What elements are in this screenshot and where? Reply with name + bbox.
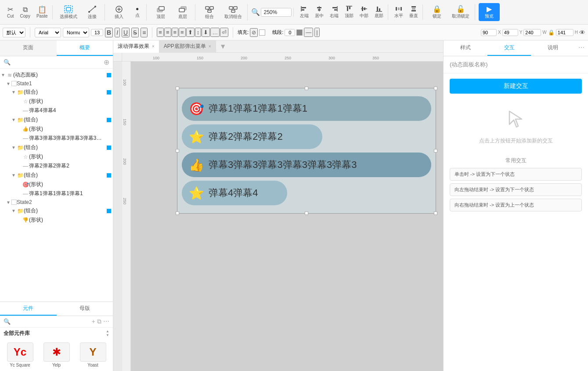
- paste-button[interactable]: 📋 Paste: [34, 5, 51, 19]
- y-input[interactable]: [502, 29, 518, 36]
- tab-components[interactable]: 元件: [0, 302, 57, 316]
- layer-shape3[interactable]: ☆ (形状): [0, 152, 113, 161]
- line-color-swatch[interactable]: [296, 29, 303, 36]
- ungroup-button[interactable]: 取消组合: [221, 4, 245, 21]
- zoom-control[interactable]: 250%: [261, 8, 292, 17]
- layer-state1[interactable]: ▼ State1: [0, 80, 113, 87]
- layer-text4[interactable]: — 弹幕1弹幕1弹幕1弹幕1: [0, 189, 113, 198]
- tab-page[interactable]: 页面: [0, 40, 57, 56]
- fill-none-button[interactable]: ⊘: [250, 28, 258, 37]
- component-search-input[interactable]: [12, 319, 90, 325]
- handle-tm[interactable]: [305, 87, 308, 90]
- layer-dynamic-panel[interactable]: ▼ ≋ (动态面板): [0, 70, 113, 80]
- text-valign-mid-button[interactable]: ↕: [195, 28, 202, 37]
- cut-button[interactable]: ✂ Cut: [4, 5, 17, 19]
- text-valign-bot-button[interactable]: ⬇: [202, 28, 210, 37]
- bullet-item-3[interactable]: 👍 弹幕3弹幕3弹幕3弹幕3弹幕3弹幕3: [182, 153, 431, 177]
- bullet-item-4[interactable]: ⭐ 弹幕4弹幕4: [182, 181, 287, 205]
- sort-arrows[interactable]: ▲▼: [106, 329, 109, 337]
- handle-tr[interactable]: [434, 87, 437, 90]
- handle-mr[interactable]: [434, 149, 437, 153]
- insert-button[interactable]: 插入: [108, 4, 130, 21]
- text-right-button[interactable]: ≡: [172, 28, 179, 37]
- line-value-input[interactable]: [285, 29, 295, 36]
- left-align-button[interactable]: 左端: [297, 4, 311, 20]
- interaction-item-2[interactable]: 向左拖动结束时 -> 设置为下一个状态: [450, 183, 582, 196]
- handle-bm[interactable]: [305, 211, 308, 215]
- font-family-select[interactable]: Arial: [35, 28, 61, 37]
- select-mode-button[interactable]: 选择模式: [56, 4, 81, 21]
- text-left-button[interactable]: ≡: [157, 28, 164, 37]
- copy-button[interactable]: ⧉ Copy: [18, 5, 33, 19]
- sidebar-add-icon[interactable]: ⊕: [104, 58, 109, 66]
- bottom-align-button[interactable]: 底部: [372, 4, 386, 20]
- layer-group5[interactable]: ▼ 📁 (组合): [0, 206, 113, 215]
- interaction-item-3[interactable]: 向右拖动结束时 -> 设置为上一个状态: [450, 199, 582, 211]
- font-style-select[interactable]: Normal: [63, 28, 89, 37]
- component-item-ycsquare[interactable]: Yc Yc Square: [4, 342, 36, 367]
- layer-shape1[interactable]: ☆ (形状): [0, 97, 113, 106]
- copy-component-icon[interactable]: ⧉: [97, 318, 101, 325]
- style-select[interactable]: 默认: [3, 28, 25, 37]
- visibility-icon[interactable]: 👁: [579, 29, 585, 36]
- list-button[interactable]: ≡: [141, 28, 148, 37]
- line-cap-button[interactable]: |: [314, 28, 319, 37]
- more-options-icon[interactable]: ⋯: [575, 40, 588, 56]
- bullet-item-1[interactable]: 🎯 弹幕1弹幕1弹幕1弹幕1: [182, 96, 431, 121]
- top-layer-button[interactable]: 顶层: [150, 4, 171, 21]
- new-interaction-button[interactable]: 新建交互: [450, 79, 582, 94]
- layer-group4[interactable]: ▼ 📁 (组合): [0, 171, 113, 180]
- tab-outline[interactable]: 概要: [57, 40, 113, 56]
- center-v-button[interactable]: 中部: [357, 4, 371, 20]
- underline-button[interactable]: U: [122, 28, 130, 37]
- right-align-button[interactable]: 右端: [327, 4, 341, 20]
- w-input[interactable]: [523, 29, 541, 36]
- cancel-lock-button[interactable]: 🔓 取消锁定: [448, 4, 473, 20]
- preview-button[interactable]: ▶ 预览: [479, 3, 500, 21]
- fill-color-swatch[interactable]: [259, 29, 265, 36]
- line-style-button[interactable]: —: [304, 28, 313, 37]
- layer-text1[interactable]: — 弹幕4弹幕4: [0, 106, 113, 115]
- bullet-item-2[interactable]: ⭐ 弹幕2弹幕2弹幕2: [182, 124, 322, 149]
- design-frame[interactable]: 🎯 弹幕1弹幕1弹幕1弹幕1 ⭐ 弹幕2弹幕2弹幕2: [177, 88, 436, 214]
- text-overflow-button[interactable]: …: [210, 28, 220, 37]
- group-button[interactable]: 组合: [199, 4, 220, 21]
- canvas-tab-2-close[interactable]: ×: [209, 44, 211, 49]
- more-component-icon[interactable]: ⋯: [103, 318, 109, 325]
- handle-br[interactable]: [434, 211, 437, 215]
- canvas-tab-1[interactable]: 滚动弹幕效果 ×: [113, 40, 159, 53]
- text-wrap-button[interactable]: ⏎: [220, 28, 228, 37]
- bottom-layer-button[interactable]: 底层: [172, 4, 193, 21]
- text-valign-top-button[interactable]: ⬆: [186, 28, 195, 37]
- font-size-input[interactable]: [91, 29, 103, 36]
- handle-ml[interactable]: [176, 149, 179, 153]
- h-input[interactable]: [556, 29, 574, 36]
- handle-bl[interactable]: [176, 211, 179, 215]
- sidebar-search-input[interactable]: [12, 59, 102, 65]
- add-component-icon[interactable]: +: [92, 318, 95, 325]
- italic-button[interactable]: I: [115, 28, 120, 37]
- layer-group2[interactable]: ▼ 📁 (组合): [0, 115, 113, 124]
- point-button[interactable]: ● 点: [130, 5, 144, 19]
- handle-tl[interactable]: [176, 87, 179, 90]
- tab-style[interactable]: 样式: [444, 40, 487, 56]
- layer-shape4[interactable]: 🎯 (形状): [0, 180, 113, 189]
- layer-state2[interactable]: ▼ State2: [0, 198, 113, 206]
- canvas-tab-expand-icon[interactable]: ▼: [216, 43, 230, 51]
- tab-masters[interactable]: 母版: [57, 302, 113, 316]
- layer-shape2[interactable]: 👍 (形状): [0, 124, 113, 134]
- strikethrough-button[interactable]: S̶: [131, 28, 139, 37]
- x-input[interactable]: [481, 29, 497, 36]
- tab-interaction[interactable]: 交互: [487, 40, 531, 56]
- text-justify-button[interactable]: ≡: [179, 28, 186, 37]
- text-center-button[interactable]: ≡: [164, 28, 171, 37]
- vertical-distribute-button[interactable]: 垂直: [407, 4, 421, 20]
- component-item-yoast[interactable]: Y Yoast: [76, 342, 109, 367]
- canvas-scroll[interactable]: 🎯 弹幕1弹幕1弹幕1弹幕1 ⭐ 弹幕2弹幕2弹幕2: [131, 62, 443, 371]
- layer-text2[interactable]: — 弹幕3弹幕3弹幕3弹幕3弹幕3弹幕3: [0, 134, 105, 143]
- horizontal-distribute-button[interactable]: 水平: [392, 4, 406, 20]
- lock-button[interactable]: 🔒 锁定: [426, 4, 447, 20]
- layer-text3[interactable]: — 弹幕2弹幕2弹幕2: [0, 161, 113, 171]
- connect-button[interactable]: 连接: [82, 4, 103, 21]
- component-item-yelp[interactable]: ✱ Yelp: [40, 342, 73, 367]
